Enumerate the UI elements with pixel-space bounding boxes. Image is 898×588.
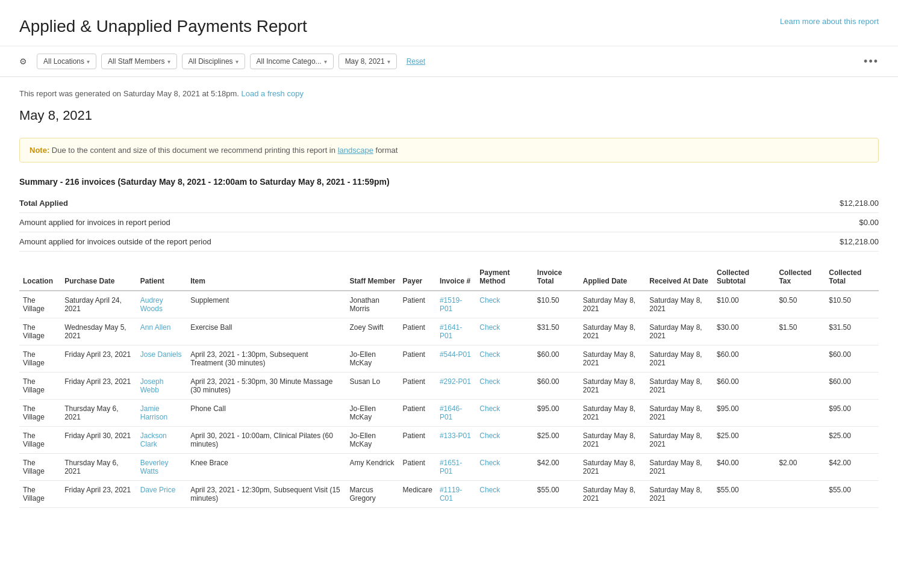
generated-info: This report was generated on Saturday Ma… [19,89,879,98]
cell-collected_tax: $0.50 [775,291,825,318]
chevron-down-icon: ▾ [167,58,170,65]
cell-patient: Ann Allen [137,318,187,345]
cell-location: The Village [19,454,61,481]
cell-payment_method: Check [476,373,533,400]
cell-staff_member: Jo-Ellen McKay [346,400,399,427]
page-header: Applied & Unapplied Payments Report Lear… [0,0,898,46]
cell-applied_date: Saturday May 8, 2021 [579,427,646,454]
cell-payer: Medicare [399,481,436,508]
cell-item: Supplement [187,291,346,318]
filter-date[interactable]: May 8, 2021 ▾ [338,54,397,69]
table-row: The VillageSaturday April 24, 2021Audrey… [19,291,879,318]
cell-collected_total: $55.00 [825,481,879,508]
cell-collected_tax [775,481,825,508]
filter-staff[interactable]: All Staff Members ▾ [101,54,176,69]
more-options-button[interactable]: ••• [864,55,879,68]
cell-item: Knee Brace [187,454,346,481]
cell-purchase_date: Saturday April 24, 2021 [61,291,137,318]
cell-location: The Village [19,318,61,345]
chevron-down-icon: ▾ [87,58,90,65]
reset-link[interactable]: Reset [407,57,425,66]
cell-location: The Village [19,400,61,427]
cell-collected_tax [775,345,825,373]
table-row: The VillageWednesday May 5, 2021Ann Alle… [19,318,879,345]
cell-invoice_total: $25.00 [534,427,579,454]
cell-collected_total: $31.50 [825,318,879,345]
cell-item: April 23, 2021 - 12:30pm, Subsequent Vis… [187,481,346,508]
summary-row-label: Amount applied for invoices outside of t… [19,232,733,252]
table-row: The VillageFriday April 23, 2021Joseph W… [19,373,879,400]
cell-received_at_date: Saturday May 8, 2021 [646,291,713,318]
cell-collected_subtotal: $60.00 [713,345,775,373]
cell-item: April 23, 2021 - 1:30pm, Subsequent Trea… [187,345,346,373]
cell-invoice_total: $95.00 [534,400,579,427]
summary-row-label: Total Applied [19,194,733,213]
data-table: LocationPurchase DatePatientItemStaff Me… [19,264,879,508]
cell-payer: Patient [399,291,436,318]
cell-payment_method: Check [476,291,533,318]
cell-purchase_date: Thursday May 6, 2021 [61,454,137,481]
cell-location: The Village [19,291,61,318]
cell-invoice_total: $60.00 [534,345,579,373]
cell-invoice_num: #1641-P01 [436,318,476,345]
cell-applied_date: Saturday May 8, 2021 [579,481,646,508]
cell-applied_date: Saturday May 8, 2021 [579,454,646,481]
cell-staff_member: Jo-Ellen McKay [346,345,399,373]
summary-section: Summary - 216 invoices (Saturday May 8, … [19,177,879,252]
cell-patient: Jose Daniels [137,345,187,373]
note-box: Note: Due to the content and size of thi… [19,138,879,162]
cell-payer: Patient [399,400,436,427]
th-collected_total: Collected Total [825,264,879,291]
th-applied_date: Applied Date [579,264,646,291]
cell-payment_method: Check [476,318,533,345]
cell-applied_date: Saturday May 8, 2021 [579,400,646,427]
cell-collected_subtotal: $40.00 [713,454,775,481]
landscape-link[interactable]: landscape [338,146,373,155]
cell-staff_member: Marcus Gregory [346,481,399,508]
cell-invoice_total: $31.50 [534,318,579,345]
cell-payment_method: Check [476,400,533,427]
cell-invoice_num: #544-P01 [436,345,476,373]
summary-table: Total Applied$12,218.00Amount applied fo… [19,194,879,252]
cell-collected_subtotal: $30.00 [713,318,775,345]
cell-patient: Joseph Webb [137,373,187,400]
cell-purchase_date: Wednesday May 5, 2021 [61,318,137,345]
cell-payment_method: Check [476,427,533,454]
cell-location: The Village [19,373,61,400]
cell-purchase_date: Friday April 23, 2021 [61,481,137,508]
th-invoice_num: Invoice # [436,264,476,291]
cell-invoice_num: #1119-C01 [436,481,476,508]
th-item: Item [187,264,346,291]
learn-more-link[interactable]: Learn more about this report [780,17,879,26]
cell-payment_method: Check [476,345,533,373]
cell-collected_tax: $1.50 [775,318,825,345]
cell-collected_tax: $2.00 [775,454,825,481]
cell-item: April 23, 2021 - 5:30pm, 30 Minute Massa… [187,373,346,400]
cell-purchase_date: Friday April 23, 2021 [61,373,137,400]
th-staff_member: Staff Member [346,264,399,291]
load-fresh-link[interactable]: Load a fresh copy [242,89,304,98]
cell-patient: Jackson Clark [137,427,187,454]
cell-received_at_date: Saturday May 8, 2021 [646,481,713,508]
cell-staff_member: Amy Kendrick [346,454,399,481]
filter-disciplines[interactable]: All Disciplines ▾ [182,54,245,69]
cell-payer: Patient [399,318,436,345]
cell-invoice_total: $55.00 [534,481,579,508]
filter-income[interactable]: All Income Catego... ▾ [250,54,334,69]
cell-collected_tax [775,400,825,427]
cell-collected_subtotal: $55.00 [713,481,775,508]
cell-invoice_num: #133-P01 [436,427,476,454]
cell-invoice_total: $60.00 [534,373,579,400]
cell-collected_tax [775,373,825,400]
cell-received_at_date: Saturday May 8, 2021 [646,427,713,454]
th-patient: Patient [137,264,187,291]
cell-collected_total: $60.00 [825,373,879,400]
cell-invoice_num: #1519-P01 [436,291,476,318]
table-row: The VillageFriday April 23, 2021Jose Dan… [19,345,879,373]
summary-row-label: Amount applied for invoices in report pe… [19,213,733,232]
cell-purchase_date: Thursday May 6, 2021 [61,400,137,427]
filter-locations[interactable]: All Locations ▾ [37,54,96,69]
note-label: Note: [30,146,49,155]
cell-invoice_total: $10.50 [534,291,579,318]
chevron-down-icon: ▾ [387,58,390,65]
